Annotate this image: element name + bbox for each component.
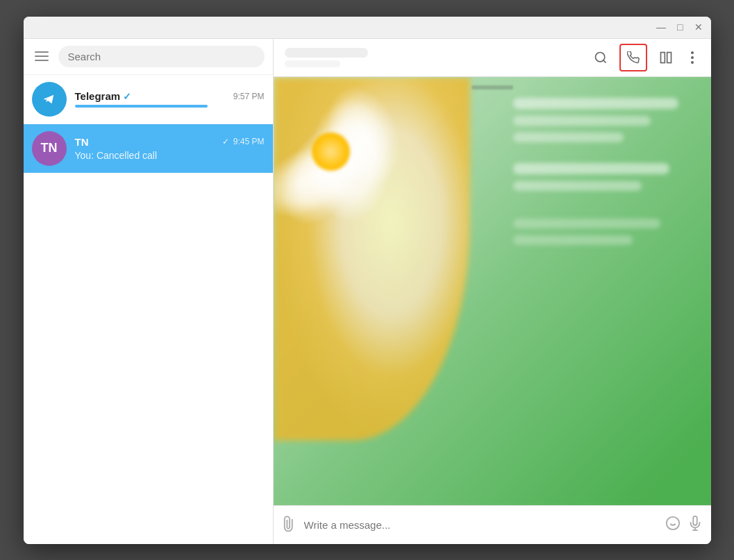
sidebar: Telegram ✓ 9:57 PM TN: [24, 39, 274, 544]
search-icon[interactable]: [593, 50, 608, 65]
chat-input-area: [274, 505, 711, 544]
msg-bubble: [513, 98, 678, 109]
avatar: TN: [32, 131, 67, 166]
svg-rect-3: [660, 52, 665, 62]
scroll-indicator: [472, 85, 513, 90]
columns-icon[interactable]: [658, 50, 674, 65]
avatar: [32, 82, 67, 117]
svg-point-7: [691, 61, 694, 64]
telegram-logo-icon: [40, 90, 59, 109]
chat-time: 9:57 PM: [233, 92, 265, 101]
msg-bubble: [513, 235, 633, 245]
list-item[interactable]: Telegram ✓ 9:57 PM: [24, 75, 273, 124]
msg-bubble: [513, 133, 624, 142]
chat-info: Telegram ✓ 9:57 PM: [75, 90, 265, 108]
chat-info: TN ✓ 9:45 PM You: Cancelled call: [75, 136, 265, 161]
chat-preview: You: Cancelled call: [75, 150, 265, 161]
list-item[interactable]: TN TN ✓ 9:45 PM You: Cancelled c: [24, 124, 273, 173]
svg-point-6: [691, 56, 694, 59]
search-input[interactable]: [58, 46, 265, 67]
svg-rect-4: [667, 52, 671, 62]
title-bar: — □ ✕: [24, 17, 711, 39]
chat-top: TN ✓ 9:45 PM: [75, 136, 265, 148]
chat-area: [274, 39, 711, 544]
flower-petals: [274, 77, 426, 505]
main-content: Telegram ✓ 9:57 PM TN: [24, 39, 711, 544]
hamburger-menu-icon[interactable]: [32, 49, 51, 64]
verified-icon: ✓: [123, 91, 131, 102]
chat-messages: [274, 77, 711, 505]
message-bubbles-area: [513, 98, 697, 245]
message-input[interactable]: [304, 519, 658, 531]
msg-bubble: [513, 219, 660, 228]
minimize-button[interactable]: —: [653, 20, 669, 34]
svg-point-8: [666, 516, 678, 529]
phone-call-button[interactable]: [619, 44, 647, 71]
msg-bubble: [513, 116, 651, 126]
msg-bubble: [513, 181, 642, 191]
more-options-icon[interactable]: [685, 50, 700, 65]
chat-top: Telegram ✓ 9:57 PM: [75, 90, 265, 102]
attach-icon[interactable]: [277, 513, 301, 537]
msg-bubble: [513, 163, 669, 174]
chat-header: [274, 39, 711, 77]
chat-header-status: [285, 60, 340, 67]
mic-icon[interactable]: [687, 516, 703, 534]
progress-bar: [75, 105, 208, 108]
chat-name: Telegram ✓: [75, 90, 132, 102]
emoji-icon[interactable]: [665, 516, 681, 534]
chat-header-name: [285, 48, 368, 58]
phone-icon: [627, 51, 640, 64]
svg-line-2: [603, 60, 606, 62]
svg-point-5: [691, 51, 694, 54]
chat-name: TN: [75, 136, 89, 148]
chat-time: ✓ 9:45 PM: [222, 137, 264, 146]
close-button[interactable]: ✕: [692, 20, 706, 34]
chat-list: Telegram ✓ 9:57 PM TN: [24, 75, 273, 544]
chat-header-actions: [593, 44, 700, 71]
check-mark-icon: ✓: [222, 137, 229, 146]
chat-header-info: [285, 48, 593, 67]
svg-point-1: [595, 52, 604, 61]
sidebar-header: [24, 39, 273, 75]
maximize-button[interactable]: □: [674, 20, 685, 34]
app-window: — □ ✕: [24, 17, 711, 544]
